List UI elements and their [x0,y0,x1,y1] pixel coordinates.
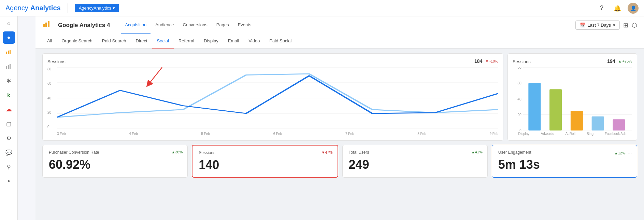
svg-text:60: 60 [517,81,521,85]
svg-rect-6 [43,24,45,27]
svg-text:20: 20 [517,112,521,116]
help-button[interactable]: ? [596,3,607,14]
stat-card-sessions: Sessions ▼47% 140 [192,145,338,178]
left-nav: ⊞ ⌕ ● ✱ k ☁ ▢ ⚙ 💬 ⚲ • [0,0,18,220]
tab-paid-social[interactable]: Paid Social [264,34,296,49]
svg-rect-5 [10,64,11,69]
tab-display[interactable]: Display [199,34,223,49]
workspace-button[interactable]: AgencyAnalytics ▾ [75,4,119,12]
line-chart-change: ▼ -10% [485,59,498,63]
chevron-down-icon: ▾ [113,5,115,11]
nav-dot-icon[interactable]: • [3,175,15,187]
y-label-0: 0 [47,125,56,129]
nav-search-icon[interactable]: ⌕ [3,17,15,29]
tab-organic-search[interactable]: Organic Search [57,34,97,49]
stat-users-badge-row: ▲41% [471,150,483,154]
sub-nav: Acquisition Audience Conversions Pages E… [121,16,255,34]
tab-email[interactable]: Email [223,34,244,49]
line-chart-title: Sessions [47,59,66,64]
svg-rect-26 [528,83,541,130]
stat-conversion-badge-row: ▲38% [171,150,183,154]
sub-header: Google Analytics 4 Acquisition Audience … [35,16,644,34]
nav-chart2-icon[interactable] [3,60,15,72]
x-label-5feb: 5 Feb [201,132,210,136]
logo[interactable]: AgencyAnalytics [5,4,61,12]
tab-all[interactable]: All [42,34,57,49]
arrow-up-icon: ▲ [618,59,622,63]
sub-header-right: 📅 Last 7 Days ▾ ⊞ ⬡ [575,20,637,30]
svg-rect-30 [613,119,625,130]
svg-rect-27 [549,89,562,130]
bar-label-display: Display [518,132,530,136]
chart-svg-area [57,67,498,129]
bar-label-bing: Bing [587,132,593,136]
bar-label-adwords: Adwords [541,132,554,136]
bar-chart-card: Sessions 194 ▲ +75% [507,53,637,141]
avatar[interactable]: 👤 [628,3,639,14]
bar-label-facebook: Facebook Ads [605,132,626,136]
sub-nav-acquisition[interactable]: Acquisition [121,16,151,34]
line-chart-area: 0 20 40 60 80 [47,67,498,136]
share-button[interactable]: ⬡ [632,22,637,29]
nav-settings-icon[interactable]: ⚙ [3,132,15,144]
x-label-3feb: 3 Feb [57,132,66,136]
bar-label-adroll: AdRoll [565,132,575,136]
notification-button[interactable]: 🔔 [612,3,623,14]
nav-square-icon[interactable]: ▢ [3,118,15,130]
svg-rect-7 [45,23,47,27]
layout-grid-button[interactable]: ⊞ [623,22,628,29]
x-label-4feb: 4 Feb [129,132,138,136]
top-header: AgencyAnalytics AgencyAnalytics ▾ ? 🔔 👤 [0,0,644,16]
x-label-6feb: 6 Feb [273,132,282,136]
y-label-20: 20 [47,111,56,114]
svg-text:80: 80 [517,67,521,69]
workspace-label: AgencyAnalytics [79,5,111,11]
stat-sessions-value: 140 [199,158,331,172]
stat-conversion-value: 60.92% [49,157,181,172]
y-label-80: 80 [47,67,56,71]
nav-bar-chart-icon[interactable] [3,46,15,58]
more-options-button[interactable]: ··· [628,150,632,156]
line-chart-value: 184 [474,58,482,64]
logo-analytics: Analytics [30,4,61,12]
content-area: Sessions 184 ▼ -10% [35,49,644,220]
nav-k-icon[interactable]: k [3,89,15,101]
stat-sessions-badge-row: ▼47% [321,150,333,154]
svg-rect-8 [48,21,49,27]
tab-direct[interactable]: Direct [131,34,152,49]
x-label-7feb: 7 Feb [345,132,354,136]
stat-users-badge: ▲41% [471,150,483,154]
stats-row: Purchaser Conversion Rate ▲38% 60.92% Se… [42,145,637,178]
stat-sessions-title: Sessions [199,150,331,155]
stat-engagement-badge-row: ▲12% ··· [614,150,632,156]
bar-chart-value-row: 194 ▲ +75% [607,58,632,64]
nav-cloud-icon[interactable]: ☁ [3,103,15,115]
bar-chart-value: 194 [607,58,615,64]
bar-chart-area: 80 60 40 20 0 [513,67,632,136]
y-label-60: 60 [47,82,56,85]
tab-social[interactable]: Social [152,34,174,49]
nav-person-icon[interactable]: ⚲ [3,161,15,173]
tab-referral[interactable]: Referral [174,34,199,49]
main-wrapper: Google Analytics 4 Acquisition Audience … [35,16,644,220]
date-range-button[interactable]: 📅 Last 7 Days ▾ [575,20,620,30]
stat-conversion-title: Purchaser Conversion Rate [49,150,181,155]
nav-chat-icon[interactable]: 💬 [3,146,15,159]
sub-nav-audience[interactable]: Audience [151,16,178,34]
tab-paid-search[interactable]: Paid Search [97,34,131,49]
bar-chart-change: ▲ +75% [618,59,632,63]
nav-star-icon[interactable]: ✱ [3,74,15,87]
nav-dashboard-icon[interactable]: ● [3,31,15,44]
charts-row: Sessions 184 ▼ -10% [42,53,637,141]
tab-video[interactable]: Video [244,34,264,49]
calendar-icon: 📅 [580,23,585,28]
header-divider [68,3,68,13]
page-title: Google Analytics 4 [58,22,110,29]
header-right: ? 🔔 👤 [596,3,639,14]
sub-nav-conversions[interactable]: Conversions [179,16,212,34]
sub-nav-events[interactable]: Events [234,16,256,34]
line-chart-card: Sessions 184 ▼ -10% [42,53,503,141]
sub-nav-pages[interactable]: Pages [212,16,233,34]
x-axis: 3 Feb 4 Feb 5 Feb 6 Feb 7 Feb 8 Feb 9 Fe… [57,132,498,136]
stat-users-title: Total Users [349,150,481,155]
